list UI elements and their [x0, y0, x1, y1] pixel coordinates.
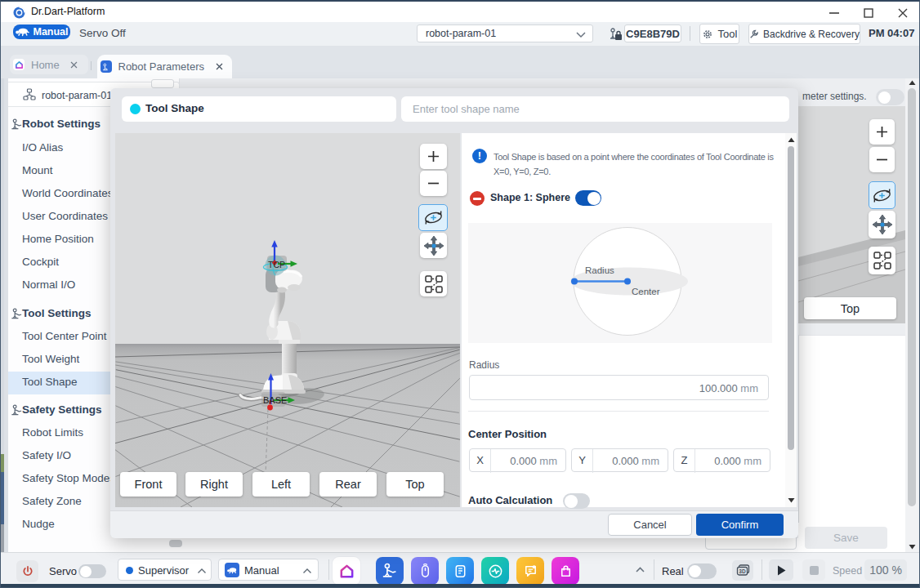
svg-text:3D: 3D — [739, 568, 746, 574]
svg-text:Radius: Radius — [585, 265, 614, 275]
svg-text:BASE: BASE — [263, 395, 287, 405]
svg-text:Center: Center — [632, 287, 660, 296]
svg-text:TCP: TCP — [268, 260, 285, 270]
